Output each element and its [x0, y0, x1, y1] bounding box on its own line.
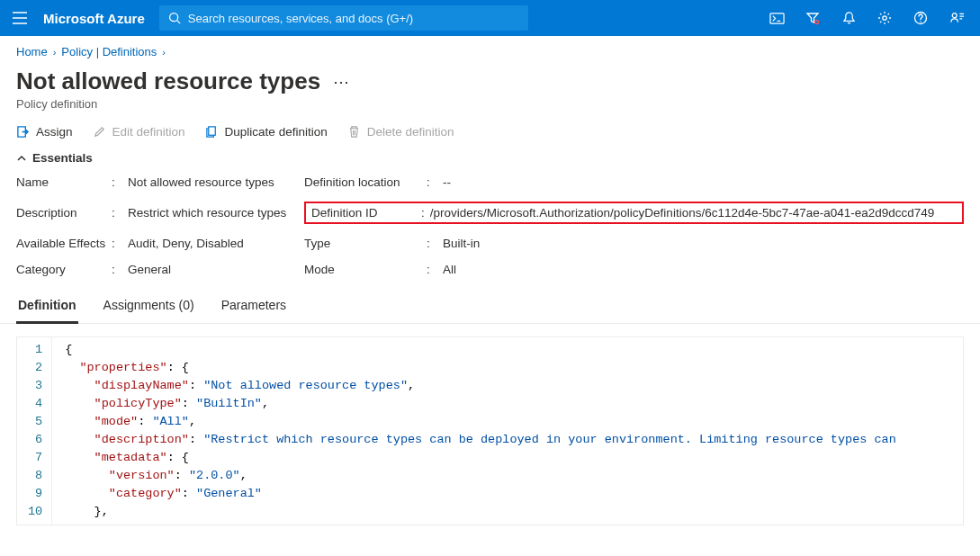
tab-assignments[interactable]: Assignments (0)	[102, 292, 196, 324]
ess-mode-label: Mode	[304, 263, 421, 276]
assign-icon	[16, 125, 30, 139]
ess-type-value: Built-in	[443, 237, 964, 250]
cloud-shell-icon	[769, 12, 785, 25]
help-button[interactable]	[903, 0, 939, 36]
topbar: Microsoft Azure	[0, 0, 980, 36]
feedback-icon	[949, 11, 965, 25]
trash-icon	[347, 125, 361, 139]
gear-icon	[877, 11, 892, 25]
ess-name-value: Not allowed resource types	[128, 175, 299, 189]
hamburger-icon	[13, 12, 27, 24]
ess-effects-label: Available Effects	[16, 237, 106, 250]
tab-definition[interactable]: Definition	[16, 292, 78, 324]
help-icon	[913, 11, 928, 25]
search-icon	[168, 12, 181, 24]
duplicate-definition-button[interactable]: Duplicate definition	[205, 125, 328, 139]
crumb-home[interactable]: Home	[16, 45, 48, 58]
chevron-right-icon: ›	[162, 47, 166, 58]
ess-type-label: Type	[304, 237, 421, 250]
line-gutter: 12345678910	[17, 337, 52, 525]
svg-point-2	[815, 21, 819, 24]
tab-parameters[interactable]: Parameters	[220, 292, 288, 324]
edit-label: Edit definition	[112, 125, 185, 139]
definition-id-highlight: Definition ID : /providers/Microsoft.Aut…	[304, 202, 964, 224]
svg-point-3	[883, 16, 886, 20]
ess-defid-value: /providers/Microsoft.Authorization/polic…	[430, 206, 935, 220]
settings-button[interactable]	[867, 0, 903, 36]
ess-loc-value: --	[443, 175, 964, 189]
ess-mode-value: All	[443, 263, 964, 276]
ess-loc-label: Definition location	[304, 175, 421, 189]
crumb-policy-definitions[interactable]: Policy | Definitions	[61, 45, 157, 58]
notifications-button[interactable]	[831, 0, 867, 36]
chevron-right-icon: ›	[53, 47, 57, 58]
svg-rect-1	[769, 13, 783, 22]
json-editor[interactable]: 12345678910 { "properties": { "displayNa…	[16, 336, 964, 525]
delete-label: Delete definition	[367, 125, 454, 139]
chevron-up-icon	[16, 153, 27, 164]
svg-point-5	[952, 13, 957, 18]
menu-button[interactable]	[0, 0, 40, 36]
search-input[interactable]	[188, 12, 519, 25]
svg-rect-6	[208, 127, 215, 135]
ess-desc-value: Restrict which resource types	[128, 206, 299, 220]
edit-definition-button[interactable]: Edit definition	[93, 125, 185, 139]
brand-label: Microsoft Azure	[40, 11, 157, 26]
feedback-button[interactable]	[939, 0, 975, 36]
tabs: Definition Assignments (0) Parameters	[0, 287, 980, 324]
search-box[interactable]	[159, 5, 528, 31]
svg-point-0	[169, 13, 177, 22]
duplicate-icon	[205, 125, 219, 139]
filter-icon	[805, 11, 820, 25]
code-content[interactable]: { "properties": { "displayName": "Not al…	[52, 337, 905, 525]
breadcrumb: Home › Policy | Definitions ›	[0, 36, 980, 62]
cloud-shell-button[interactable]	[759, 0, 795, 36]
assign-button[interactable]: Assign	[16, 125, 73, 139]
pencil-icon	[93, 125, 106, 139]
filter-button[interactable]	[795, 0, 831, 36]
ess-desc-label: Description	[16, 206, 106, 220]
ess-effects-value: Audit, Deny, Disabled	[128, 237, 299, 250]
ess-category-value: General	[128, 263, 299, 276]
essentials-heading: Essentials	[32, 151, 93, 165]
page-subtitle: Policy definition	[0, 97, 980, 120]
ess-name-label: Name	[16, 175, 106, 189]
assign-label: Assign	[36, 125, 73, 139]
page-title: Not allowed resource types	[16, 67, 320, 95]
topbar-actions	[759, 0, 975, 36]
ess-defid-label: Definition ID	[311, 206, 416, 220]
essentials-toggle[interactable]: Essentials	[0, 148, 980, 168]
more-button[interactable]: ⋯	[333, 74, 349, 90]
delete-definition-button[interactable]: Delete definition	[347, 125, 454, 139]
ess-category-label: Category	[16, 263, 106, 276]
duplicate-label: Duplicate definition	[225, 125, 328, 139]
bell-icon	[842, 11, 856, 26]
essentials-grid: Name Not allowed resource types Definiti…	[0, 168, 980, 287]
command-bar: Assign Edit definition Duplicate definit…	[0, 120, 980, 148]
